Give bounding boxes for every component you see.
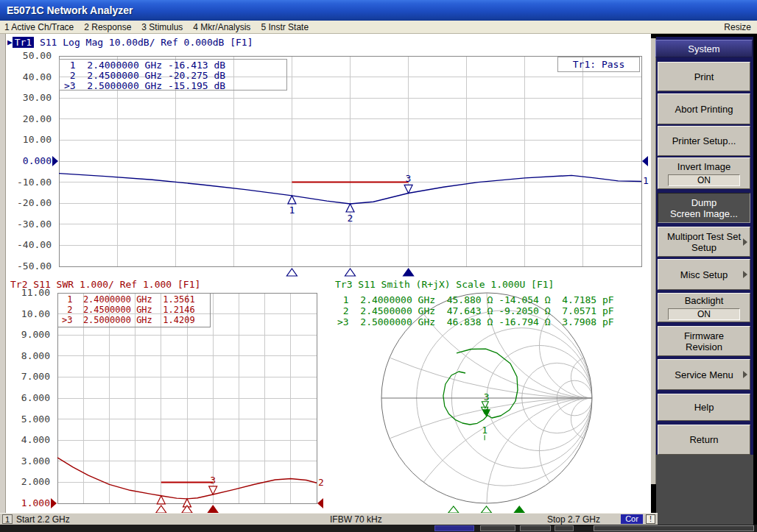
softkey-toggle-state: ON [668,308,740,320]
start-frequency-label: Start 2.2 GHz [16,514,70,525]
stop-frequency-label: Stop 2.7 GHz [547,514,600,525]
softkey-system: System [655,40,753,57]
submenu-arrow-icon [743,238,747,246]
active-trace-arrow-icon: ▶ [7,38,13,47]
marker-row: 2 2.4500000 GHz 47.643 Ω -9.2050 Ω 7.057… [337,305,654,316]
y-axis-tick: -40.00 [13,240,52,250]
y-axis-tick: 2.000 [12,477,50,487]
menu-bar: 1 Active Ch/Trace2 Response3 Stimulus4 M… [0,21,757,34]
y-axis-tick: 8.000 [12,351,50,361]
y-axis-tick: 4.000 [12,435,50,445]
menu-item-3[interactable]: 3 Stimulus [141,22,183,32]
taskbar-fragment [434,525,474,531]
softkey-printer-setup[interactable]: Printer Setup... [658,126,750,156]
tr1-badge: Tr1 [13,37,34,48]
menu-item-1[interactable]: 1 Active Ch/Trace [4,22,74,32]
marker-row: >3 2.5000000 GHz 46.838 Ω -16.794 Ω 3.79… [337,316,654,327]
sidebar-splitter[interactable] [651,38,656,484]
y-axis-tick: 50.00 [13,51,52,61]
y-axis-tick: 3.000 [12,456,50,467]
marker-row: 2 2.4500000 GHz 1.2146 [62,305,210,315]
softkey-firmware-revision[interactable]: FirmwareRevision [658,326,750,356]
softkey-invert-image[interactable]: Invert ImageON [658,157,750,189]
softkey-toggle-state: ON [668,174,740,186]
tr1-status-line[interactable]: ▶Tr1 S11 Log Mag 10.00dB/ Ref 0.000dB [F… [7,37,253,48]
softkey-dump-screen-image[interactable]: DumpScreen Image... [658,193,750,223]
y-axis-tick: -20.00 [13,198,52,208]
y-axis-tick: 1.000 [12,498,50,508]
softkey-label: Setup [658,242,750,253]
display-left-border [0,34,6,513]
taskbar-fragment [554,525,574,531]
softkey-print[interactable]: Print [658,62,750,91]
display-area [6,34,651,513]
y-axis-tick: 7.000 [12,372,50,382]
softkey-label: System [656,43,752,54]
tr3-marker-readout: 1 2.4000000 GHz 45.880 Ω -14.054 Ω 4.718… [337,294,654,327]
softkey-return[interactable]: Return [658,425,750,455]
taskbar-fragment [520,525,551,531]
correction-status-badge: Cor [621,514,643,524]
softkey-multiport-test-set-setup[interactable]: Multiport Test SetSetup [658,227,750,257]
softkey-abort-printing[interactable]: Abort Printing [658,93,750,124]
y-axis-tick: 40.00 [13,72,52,82]
y-axis-tick: -50.00 [13,261,52,272]
softkey-label: Dump [658,197,750,208]
y-axis-tick: -30.00 [13,219,52,230]
softkey-label: Invert Image [658,161,750,172]
y-axis-tick: 5.000 [12,414,50,425]
softkey-label: Screen Image... [658,208,750,219]
window-title: E5071C Network Analyzer [7,4,133,16]
softkey-label: Revision [658,341,750,352]
y-axis-tick: 30.00 [13,93,52,103]
softkey-label: Firmware [658,330,750,341]
menu-item-4[interactable]: 4 Mkr/Analysis [193,22,250,32]
tr1-marker-readout: 1 2.4000000 GHz -16.413 dB 2 2.4500000 G… [59,59,287,91]
softkey-panel-empty [656,455,753,525]
marker-row: >3 2.5000000 GHz -15.195 dB [64,81,286,91]
resize-button[interactable]: Resize [724,21,751,34]
instrument-screen: E5071C Network Analyzer 1 Active Ch/Trac… [0,0,757,532]
submenu-arrow-icon [743,371,747,378]
softkey-help[interactable]: Help [658,394,750,421]
channel-status-bar: 1 Start 2.2 GHz IFBW 70 kHz Stop 2.7 GHz… [0,513,658,525]
y-axis-tick: 6.000 [12,393,50,403]
marker-row: 1 2.4000000 GHz 1.3561 [62,294,210,305]
submenu-arrow-icon [743,271,747,278]
softkey-label: Misc Setup [658,269,750,280]
instrument-bottom-bar [0,525,757,532]
y-axis-tick: 11.00 [12,288,50,298]
softkey-sidebar: SystemPrintAbort PrintingPrinter Setup..… [651,34,757,532]
menu-item-2[interactable]: 2 Response [84,22,131,32]
softkey-label: Abort Printing [658,104,750,115]
softkey-label: Help [658,402,750,413]
y-axis-tick: 0.000 [13,156,52,166]
y-axis-tick: 10.00 [13,135,52,145]
ifbw-label: IFBW 70 kHz [330,514,382,525]
warning-indicator: ! [646,514,655,524]
softkey-service-menu[interactable]: Service Menu [658,359,750,390]
softkey-label: Service Menu [658,369,750,380]
softkey-label: Backlight [658,295,750,306]
tr1-header-text: S11 Log Mag 10.00dB/ Ref 0.000dB [F1] [40,37,253,48]
marker-row: 1 2.4000000 GHz 45.880 Ω -14.054 Ω 4.718… [337,294,654,305]
softkey-label: Multiport Test Set [658,231,750,242]
softkey-label: Printer Setup... [658,135,750,146]
y-axis-tick: 9.000 [12,330,50,340]
marker-row: 1 2.4000000 GHz -16.413 dB [64,60,286,71]
y-axis-tick: 20.00 [13,114,52,124]
limit-test-result-badge: Tr1: Pass [557,57,640,72]
window-title-bar: E5071C Network Analyzer [0,0,757,21]
marker-row: >3 2.5000000 GHz 1.4209 [62,315,210,325]
softkey-misc-setup[interactable]: Misc Setup [658,259,750,290]
y-axis-tick: -10.00 [13,177,52,188]
softkey-label: Print [658,71,750,82]
softkey-label: Return [658,434,750,445]
taskbar-fragment [480,525,515,531]
y-axis-tick: 10.00 [12,309,50,319]
tr3-status-line[interactable]: Tr3 S11 Smith (R+jX) Scale 1.000U [F1] [335,279,554,290]
marker-row: 2 2.4500000 GHz -20.275 dB [64,71,286,81]
clock-fragment [594,525,754,531]
menu-item-5[interactable]: 5 Instr State [261,22,309,32]
softkey-backlight[interactable]: BacklightON [658,293,750,322]
